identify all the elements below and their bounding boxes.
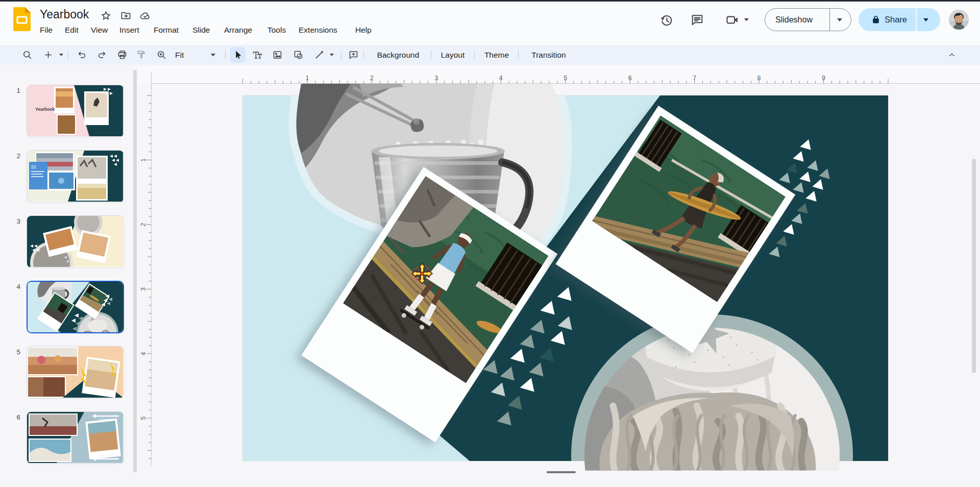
- svg-text:Yearbook: Yearbook: [35, 107, 55, 112]
- svg-text:7: 7: [693, 75, 696, 82]
- svg-text:6: 6: [628, 75, 632, 82]
- svg-text:5: 5: [140, 417, 147, 420]
- svg-text:9: 9: [822, 75, 825, 82]
- svg-text:4: 4: [499, 75, 503, 82]
- svg-text:1: 1: [306, 75, 309, 82]
- svg-text:8: 8: [757, 75, 761, 82]
- svg-text:4: 4: [140, 352, 147, 355]
- svg-text:2: 2: [140, 223, 147, 226]
- svg-text:2: 2: [370, 75, 374, 82]
- svg-text:3: 3: [140, 287, 147, 291]
- svg-text:3: 3: [434, 75, 438, 82]
- svg-text:1: 1: [140, 158, 147, 162]
- svg-text:5: 5: [564, 75, 567, 82]
